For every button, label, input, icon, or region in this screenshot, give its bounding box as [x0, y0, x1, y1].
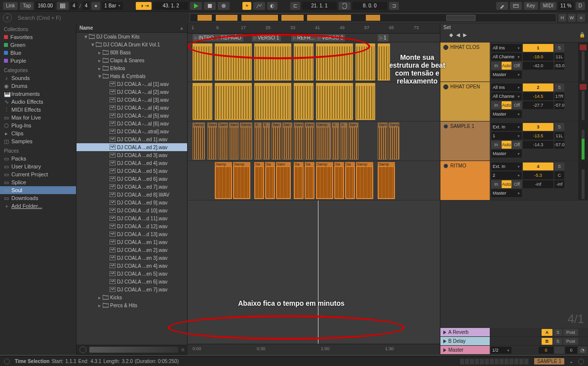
track-pan[interactable]: C — [554, 171, 564, 179]
folder-item[interactable]: ▼DJ Coala Drum Kits — [77, 33, 187, 41]
file-item[interactable]: DJ COALA ...en 2].wav — [77, 246, 187, 254]
clip[interactable] — [294, 43, 314, 81]
overload-button[interactable]: D — [576, 2, 585, 10]
clip[interactable]: Sa — [265, 162, 275, 199]
time-ruler[interactable]: 0:000:301:001:30 — [188, 344, 440, 355]
file-item[interactable]: DJ COALA ...ed 7].wav — [77, 183, 187, 191]
category-item[interactable]: ∿Audio Effects — [0, 98, 76, 106]
tap-button[interactable]: Tap — [20, 2, 34, 10]
return-post[interactable]: Post — [563, 338, 578, 345]
master-header[interactable]: Master — [440, 346, 490, 354]
return-solo[interactable]: S — [553, 329, 562, 336]
track-pan[interactable]: 11L — [554, 53, 564, 61]
clip[interactable]: S — [254, 122, 262, 160]
track-header[interactable]: HIHAT OPEN — [440, 82, 490, 121]
output[interactable]: Master▼ — [491, 150, 522, 158]
folder-item[interactable]: ▸Kicks — [77, 293, 187, 301]
clip[interactable]: Sam — [305, 122, 314, 160]
hide-button[interactable]: H — [558, 14, 566, 22]
monitor-auto[interactable]: Auto — [502, 180, 511, 188]
file-item[interactable]: DJ COALA -...al [1].wav — [77, 80, 187, 88]
collection-item[interactable]: Purple — [0, 57, 76, 65]
return-header[interactable]: A Reverb — [440, 328, 490, 336]
file-item[interactable]: DJ COALA ...ed 4].wav — [77, 159, 187, 167]
arm-button[interactable] — [580, 44, 587, 50]
file-item[interactable]: DJ COALA -...stral].wav — [77, 127, 187, 135]
master-vol[interactable]: 0 — [539, 347, 553, 354]
track-activator-icon[interactable] — [443, 84, 448, 89]
lock-icon[interactable]: 🔒 — [579, 32, 585, 38]
arrangement-tracks[interactable]: Drop Files and Devices Here SampSamSamSa… — [188, 42, 440, 344]
place-item[interactable]: ▭User Library — [0, 163, 76, 170]
place-item[interactable]: ＋Add Folder... — [0, 202, 76, 210]
clip[interactable]: Samp — [215, 162, 232, 199]
file-item[interactable]: DJ COALA -...al [4].wav — [77, 104, 187, 112]
clip[interactable]: Sa — [345, 162, 355, 199]
link-button[interactable]: Link — [3, 2, 18, 10]
track-volume[interactable]: -19.0 — [523, 53, 553, 61]
quantize[interactable]: 1 Bar ▼ — [102, 2, 123, 10]
master-solo[interactable] — [554, 347, 564, 354]
clip[interactable] — [215, 43, 252, 81]
clip[interactable] — [215, 83, 252, 120]
status-expand-icon[interactable]: ⌄ — [569, 359, 573, 364]
clip[interactable] — [316, 83, 353, 120]
loop-icon[interactable] — [339, 2, 351, 10]
play-button[interactable] — [190, 2, 202, 10]
folder-item[interactable]: ▸Claps & Snares — [77, 56, 187, 64]
midi-button[interactable]: MIDI — [540, 2, 556, 10]
file-item[interactable]: DJ COALA ...d 10].wav — [77, 206, 187, 214]
monitor-in[interactable]: In — [491, 141, 501, 149]
clip[interactable]: Samp — [356, 162, 373, 199]
search-input[interactable] — [15, 13, 183, 22]
filelist-header[interactable]: Name — [79, 25, 93, 31]
clip[interactable] — [294, 83, 314, 120]
monitor-auto[interactable]: Auto — [502, 101, 511, 109]
output[interactable]: Master▼ — [491, 110, 522, 118]
clip[interactable]: Sam — [229, 122, 239, 160]
master-out[interactable]: 1/2▼ — [491, 347, 511, 354]
menu-icon[interactable]: ≡ — [577, 14, 585, 22]
file-item[interactable]: DJ COALA ...d 12].wav — [77, 222, 187, 230]
track-volume[interactable]: -5.3 — [523, 171, 553, 179]
punch-out-icon[interactable]: ⊐ — [389, 2, 399, 10]
headphone-icon[interactable] — [79, 346, 86, 353]
file-item[interactable]: DJ COALA -...al [3].wav — [77, 96, 187, 104]
file-item[interactable]: DJ COALA ...en 6].wav — [77, 278, 187, 285]
category-item[interactable]: ◉Drums — [0, 82, 76, 90]
clip[interactable]: San — [272, 122, 281, 160]
clip[interactable] — [254, 43, 291, 81]
track-lane[interactable]: SampSampSaSaSamSaSaSampSaSaSampSamp — [188, 161, 440, 201]
clip[interactable]: Sam — [276, 162, 291, 199]
locator[interactable]: ▷INTRO — [193, 34, 216, 41]
solo-button[interactable]: S — [554, 163, 564, 170]
status-detail-icon[interactable] — [578, 359, 584, 365]
clip[interactable]: Sa — [254, 162, 264, 199]
category-item[interactable]: ▭Max for Live — [0, 114, 76, 122]
category-item[interactable]: ♪Sounds — [0, 74, 76, 82]
file-item[interactable]: DJ COALA ...en 4].wav — [77, 262, 187, 270]
locator[interactable]: ▷REFRÃO — [215, 34, 243, 41]
input-type[interactable]: Ext. In▼ — [491, 123, 522, 131]
file-item[interactable]: DJ COALA ...d 13].wav — [77, 230, 187, 238]
file-item[interactable]: DJ COALA ...d 11].wav — [77, 214, 187, 222]
return-header[interactable]: B Delay — [440, 337, 490, 345]
input-channel[interactable]: All Channe▼ — [491, 92, 522, 100]
category-item[interactable]: ⬡Plug-Ins — [0, 122, 76, 129]
arrangement-overview[interactable] — [190, 13, 556, 22]
place-item[interactable]: ▭Soul — [0, 186, 76, 194]
track-pan[interactable]: 17R — [554, 92, 564, 100]
input-type[interactable]: All Ins▼ — [491, 44, 522, 52]
monitor-off[interactable]: Off — [512, 62, 522, 70]
file-item[interactable]: DJ COALA ...ed 8].WAV — [77, 191, 187, 199]
track-number[interactable]: 4 — [523, 163, 553, 170]
monitor-in[interactable]: In — [491, 101, 501, 109]
input-channel[interactable]: 1▼ — [491, 132, 522, 140]
clip[interactable] — [355, 83, 375, 120]
keyboard-icon[interactable] — [510, 2, 522, 10]
loop-start[interactable]: 21. 1. 1 — [302, 2, 337, 10]
sig-num[interactable]: 4 — [71, 2, 78, 10]
place-item[interactable]: ▭Downloads — [0, 194, 76, 202]
track-number[interactable]: 1 — [523, 44, 553, 52]
input-type[interactable]: Ext. In▼ — [491, 163, 522, 170]
